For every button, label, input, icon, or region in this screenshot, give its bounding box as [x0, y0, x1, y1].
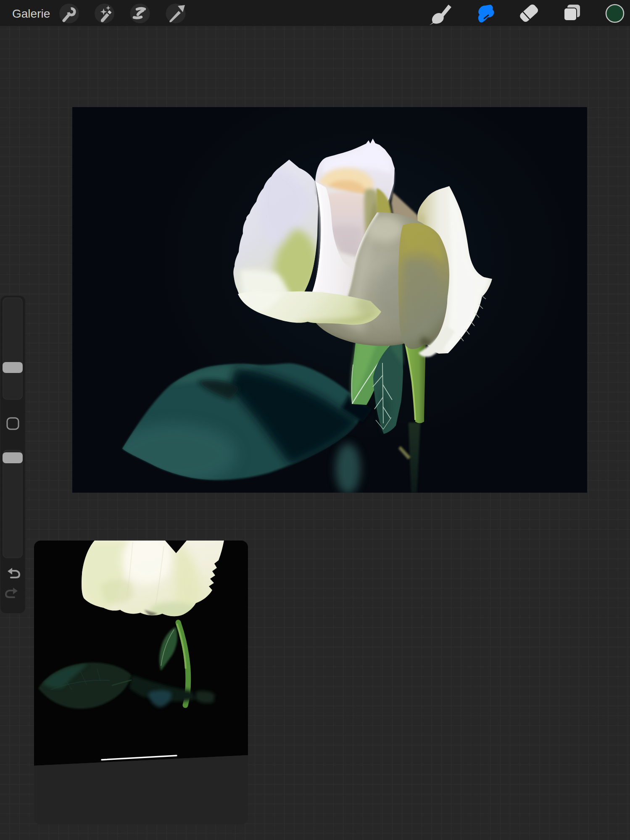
svg-text:Galerie: Galerie [12, 7, 50, 20]
